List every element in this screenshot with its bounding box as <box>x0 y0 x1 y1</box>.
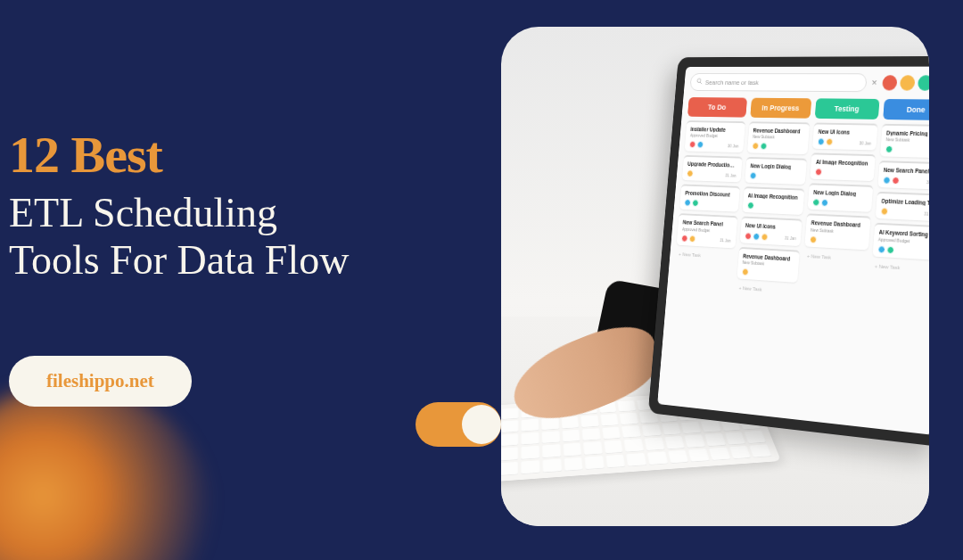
kanban-card[interactable]: Revenue DashboardNew Subtask <box>737 246 800 282</box>
background-glow <box>0 382 214 560</box>
avatar-icon <box>689 235 696 243</box>
kanban-card[interactable]: New Search PanelApproved Budget31 Jan <box>677 214 737 249</box>
kanban-card[interactable]: Upgrade Production Server31 Jan <box>682 155 742 183</box>
card-avatars <box>815 169 822 177</box>
kanban-app-screen: Search name or task ✕ To DoInstaller Upd… <box>657 67 929 435</box>
avatar-icon <box>687 170 694 177</box>
top-action-icons <box>882 75 929 91</box>
headline-line1: ETL Scheduling <box>9 190 277 235</box>
card-title: New UI Icons <box>818 128 872 136</box>
avatar-icon <box>741 268 748 276</box>
card-avatars <box>880 208 888 216</box>
headline-line2: Tools For Data Flow <box>9 237 349 283</box>
tablet-photo: Search name or task ✕ To DoInstaller Upd… <box>501 27 929 526</box>
avatar-icon <box>752 143 759 150</box>
avatar-icon <box>692 200 699 208</box>
kanban-card[interactable]: Dynamic PricingNew Subtask <box>880 124 929 159</box>
card-date: 31 Jan <box>725 172 737 177</box>
card-avatars <box>749 172 756 180</box>
search-input[interactable]: Search name or task <box>689 73 867 92</box>
card-avatars <box>681 235 696 243</box>
card-title: Revenue Dashboard <box>753 128 804 135</box>
avatar-icon <box>689 141 696 148</box>
card-title: Optimize Loading Time <box>881 198 929 207</box>
card-avatars <box>746 202 753 210</box>
card-avatars <box>689 141 704 149</box>
card-subtitle: Approved Budget <box>690 133 740 139</box>
kanban-card[interactable]: AI Image Recognition <box>810 153 875 182</box>
card-title: Installer Update <box>690 127 740 134</box>
avatar-icon <box>880 208 888 216</box>
avatar-icon <box>760 143 767 151</box>
add-task-button[interactable]: + New Task <box>675 249 734 262</box>
card-subtitle: New Subtask <box>753 134 804 140</box>
card-avatars <box>877 245 894 254</box>
avatar-icon <box>877 245 885 253</box>
avatar-icon <box>745 232 752 240</box>
column-header: In Progress <box>750 98 811 119</box>
add-task-button[interactable]: + New Task <box>736 283 797 297</box>
kanban-card[interactable]: Installer UpdateApproved Budget30 Jan <box>685 120 745 152</box>
add-task-button[interactable]: + New Task <box>871 260 929 275</box>
column-header: To Do <box>687 97 747 118</box>
kanban-card[interactable]: AI Image Recognition <box>742 186 804 215</box>
kanban-card[interactable]: New Search Panel30 Jan <box>877 161 929 190</box>
kanban-card[interactable]: New UI Icons30 Jan <box>812 123 877 151</box>
decorative-toggle[interactable] <box>416 402 501 447</box>
column-header: Done <box>883 99 929 120</box>
kanban-column: DoneDynamic PricingNew SubtaskNew Search… <box>868 99 929 307</box>
kanban-card[interactable]: Promotion Discount <box>679 185 739 212</box>
search-placeholder: Search name or task <box>705 78 760 86</box>
kanban-card[interactable]: Revenue DashboardNew Subtask <box>747 121 811 154</box>
card-title: New Search Panel <box>884 167 929 175</box>
card-avatars <box>885 145 893 153</box>
card-title: AI Image Recognition <box>816 159 870 167</box>
kanban-card[interactable]: Revenue DashboardNew Subtask <box>804 214 870 250</box>
website-pill[interactable]: fileshippo.net <box>9 356 192 407</box>
avatar-icon <box>749 172 756 180</box>
kanban-card[interactable]: New UI Icons31 Jan <box>739 217 802 246</box>
avatar-icon <box>883 177 891 185</box>
kanban-card[interactable]: Optimize Loading Time31 Jan <box>875 192 929 222</box>
status-dot-icon[interactable] <box>882 75 897 90</box>
kanban-card[interactable]: New Login Dialog <box>745 157 807 185</box>
kanban-column: In ProgressRevenue DashboardNew SubtaskN… <box>736 98 812 297</box>
card-subtitle: New Subtask <box>885 136 929 143</box>
headline-block: 12 Best ETL Scheduling Tools For Data Fl… <box>9 125 455 407</box>
svg-line-1 <box>700 82 702 84</box>
close-icon[interactable]: ✕ <box>871 78 878 87</box>
card-date: 30 Jan <box>728 143 739 148</box>
card-avatars <box>812 199 828 207</box>
card-title: Promotion Discount <box>685 190 735 198</box>
avatar-icon <box>681 235 688 243</box>
kanban-column: To DoInstaller UpdateApproved Budget30 J… <box>673 97 747 292</box>
toggle-knob <box>462 405 501 444</box>
add-task-button[interactable]: + New Task <box>803 251 868 265</box>
kanban-column: TestingNew UI Icons30 JanAI Image Recogn… <box>801 98 879 301</box>
card-date: 30 Jan <box>859 140 871 145</box>
card-avatars <box>752 143 767 151</box>
card-date: 31 Jan <box>785 235 796 241</box>
status-dot-icon[interactable] <box>900 75 916 90</box>
card-title: AI Image Recognition <box>747 193 799 201</box>
avatar-icon <box>815 169 822 177</box>
card-title: Dynamic Pricing <box>886 130 929 137</box>
avatar-icon <box>821 199 829 207</box>
kanban-card[interactable]: AI Keyword SortingApproved Budget <box>872 223 929 259</box>
headline-main: ETL Scheduling Tools For Data Flow <box>9 190 455 284</box>
card-avatars <box>684 199 699 207</box>
card-title: New Login Dialog <box>813 189 868 197</box>
avatar-icon <box>885 145 893 153</box>
card-avatars <box>741 268 748 276</box>
kanban-card[interactable]: New Login Dialog <box>808 184 873 213</box>
headline-accent: 12 Best <box>9 125 455 185</box>
card-date: 31 Jan <box>720 237 731 243</box>
card-title: New Login Dialog <box>750 163 802 170</box>
avatar-icon <box>812 199 819 207</box>
search-icon <box>696 78 703 86</box>
card-avatars <box>745 232 769 241</box>
column-header: Testing <box>815 98 879 119</box>
kanban-board: To DoInstaller UpdateApproved Budget30 J… <box>673 97 929 307</box>
card-avatars <box>810 235 817 243</box>
status-dot-icon[interactable] <box>918 75 929 90</box>
